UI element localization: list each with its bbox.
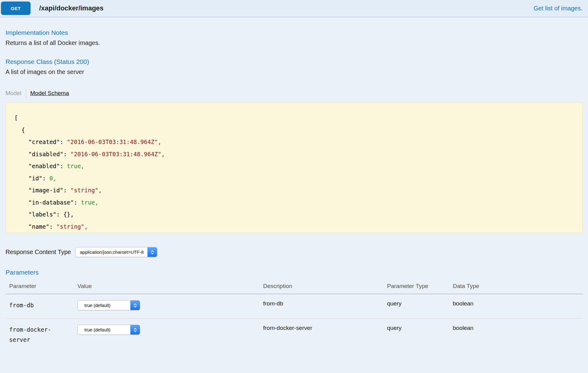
response-content-type-label: Response Content Type — [6, 249, 71, 256]
table-row: from-db true (default) from-db qu — [6, 294, 583, 319]
col-header-value: Value — [74, 279, 259, 294]
parameters-table: Parameter Value Description Parameter Ty… — [6, 279, 583, 353]
response-content-type-value: application/json;charset=UTF-8 — [76, 249, 157, 255]
param-data-type: boolean — [449, 319, 583, 353]
tab-model[interactable]: Model — [6, 90, 26, 97]
select-chevrons-icon — [147, 247, 157, 257]
col-header-description: Description — [259, 279, 383, 294]
param-value-select[interactable]: true (default) — [77, 300, 140, 310]
select-chevrons-icon — [130, 301, 140, 310]
col-header-parameter-type: Parameter Type — [383, 279, 449, 294]
response-content-type-row: Response Content Type application/json;c… — [6, 247, 582, 257]
endpoint-path: /xapi/docker/images — [39, 4, 103, 12]
param-description: from-docker-server — [259, 319, 383, 353]
param-value-select[interactable]: true (default) — [77, 325, 140, 335]
param-value-cell: true (default) — [74, 294, 259, 319]
http-method-badge[interactable]: GET — [1, 2, 31, 15]
param-type: query — [383, 294, 449, 319]
param-type: query — [383, 319, 449, 353]
model-tabs: Model Model Schema — [6, 88, 582, 99]
tab-model-schema[interactable]: Model Schema — [26, 90, 69, 97]
parameters-heading: Parameters — [6, 269, 582, 276]
operation-summary-link[interactable]: Get list of images. — [534, 5, 582, 12]
param-value-cell: true (default) — [74, 319, 259, 353]
response-class-text: A list of images on the server — [6, 68, 582, 76]
param-value-selected: true (default) — [78, 303, 124, 308]
implementation-notes-text: Returns a list of all Docker images. — [6, 39, 582, 46]
col-header-data-type: Data Type — [449, 279, 583, 294]
table-row: from-docker-server true (default) from-d… — [6, 319, 583, 353]
parameters-header-row: Parameter Value Description Parameter Ty… — [6, 279, 583, 294]
param-data-type: boolean — [449, 294, 583, 319]
model-schema-code-block: [ { "created": "2016-06-03T03:31:48.964Z… — [6, 102, 583, 233]
col-header-parameter: Parameter — [6, 279, 74, 294]
param-name: from-db — [6, 294, 74, 319]
param-value-selected: true (default) — [78, 327, 124, 332]
select-chevrons-icon — [130, 325, 140, 334]
operation-body: Implementation Notes Returns a list of a… — [0, 29, 588, 353]
implementation-notes-heading: Implementation Notes — [6, 29, 582, 36]
response-class-heading: Response Class (Status 200) — [6, 58, 582, 65]
operation-header: GET /xapi/docker/images Get list of imag… — [0, 0, 588, 17]
param-description: from-db — [259, 294, 383, 319]
response-content-type-select[interactable]: application/json;charset=UTF-8 — [75, 247, 157, 257]
param-name: from-docker-server — [6, 319, 74, 353]
